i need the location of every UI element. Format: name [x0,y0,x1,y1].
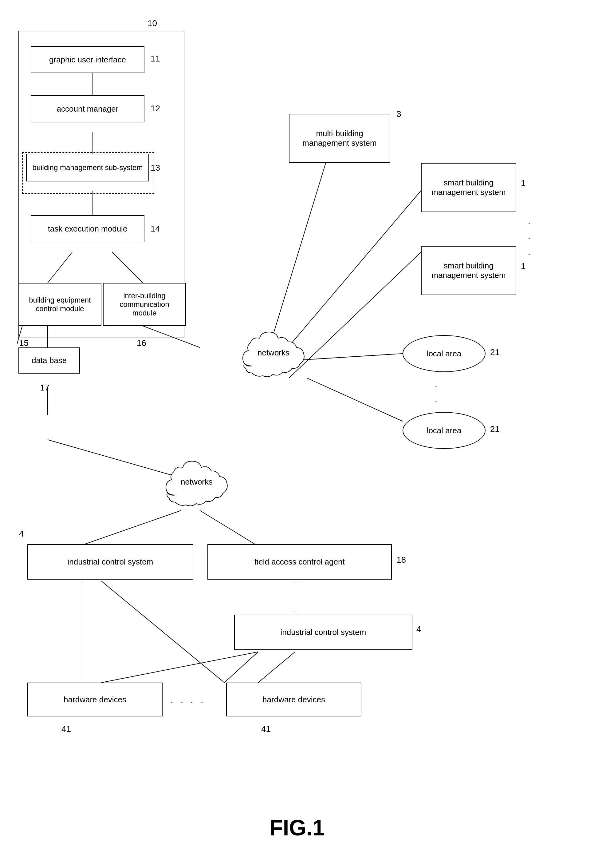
svg-line-17 [102,652,258,683]
networks-top-cloud: networks [240,323,307,383]
inter-building-box: inter-building communication module [103,283,186,326]
svg-line-20 [102,581,224,683]
smart-building-top-box: smart building management system [421,163,516,212]
hardware-right-box: hardware devices [226,683,361,716]
label-4a: 4 [19,529,24,539]
gui-box: graphic user interface [31,46,144,73]
svg-line-18 [224,652,258,683]
local-area-bottom-oval: local area [402,412,485,449]
svg-line-11 [307,378,402,421]
networks-bottom-cloud: networks [163,452,230,512]
dots-between-buildings: ··· [528,215,531,262]
label-1b: 1 [521,261,526,271]
label-10: 10 [147,18,157,28]
label-16: 16 [137,338,146,348]
label-1a: 1 [521,178,526,188]
svg-line-21 [258,652,295,683]
label-21b: 21 [490,424,500,434]
svg-line-15 [200,511,255,544]
hardware-left-box: hardware devices [27,683,162,716]
label-17: 17 [40,383,50,393]
label-14: 14 [150,224,160,234]
label-41b: 41 [261,724,271,734]
industrial-ctrl-center-box: industrial control system [234,615,413,650]
task-exec-box: task execution module [31,215,144,242]
label-21a: 21 [490,347,500,357]
svg-line-10 [304,354,402,360]
account-manager-box: account manager [31,95,144,123]
industrial-ctrl-left-box: industrial control system [27,544,193,580]
label-12: 12 [150,103,160,114]
label-13: 13 [150,163,160,173]
diagram: 10 graphic user interface 11 account man… [0,0,594,868]
figure-label: FIG.1 [0,815,594,840]
building-equip-box: building equipment control module [18,283,102,326]
svg-line-9 [289,252,421,378]
label-4b: 4 [416,624,421,634]
building-mgmt-box: building management sub-system [26,154,149,182]
svg-line-14 [84,511,181,544]
dots-hardware: · · · · [171,697,206,707]
multi-building-box: multi-building management system [289,114,390,163]
database-box: data base [18,347,80,373]
field-access-box: field access control agent [208,544,392,580]
label-3: 3 [396,109,401,119]
label-15: 15 [19,338,29,348]
label-41a: 41 [62,724,71,734]
label-18: 18 [396,555,406,565]
local-area-top-oval: local area [402,335,485,372]
smart-building-bottom-box: smart building management system [421,246,516,295]
label-11: 11 [150,54,160,63]
